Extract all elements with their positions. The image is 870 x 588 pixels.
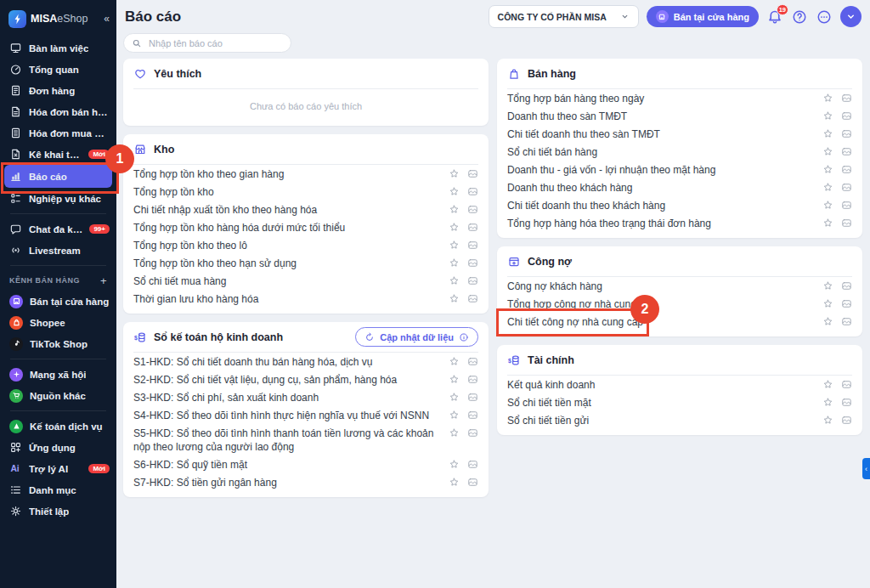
preview-icon[interactable] — [841, 379, 852, 390]
notifications-bell-icon[interactable]: 19 — [766, 8, 783, 25]
report-row-cong-no-khach-hang[interactable]: Công nợ khách hàng — [507, 277, 852, 295]
report-row-tong-hop-ton-kho[interactable]: Tổng hợp tồn kho — [133, 183, 478, 201]
report-row-s2-hkd-so-chi-tiet-vat-lieu-dung-cu-san-pham-hang-hoa[interactable]: S2-HKD: Sổ chi tiết vật liệu, dụng cụ, s… — [133, 370, 478, 388]
favorite-star-icon[interactable] — [449, 222, 460, 233]
favorite-star-icon[interactable] — [822, 397, 833, 408]
favorite-star-icon[interactable] — [449, 427, 460, 438]
report-row-s4-hkd-so-theo-doi-tinh-hinh-thuc-hien-nghia-vu-thue-voi-nsnn[interactable]: S4-HKD: Sổ theo dõi tình hình thực hiện … — [133, 406, 478, 424]
favorite-star-icon[interactable] — [822, 93, 833, 104]
add-channel-button[interactable]: + — [100, 274, 107, 287]
report-row-s5-hkd-so-theo-doi-tinh-hinh-thanh-toan-tien-luong-va-cac-khoan-nop-theo-luong-cua-nguoi-lao-dong[interactable]: S5-HKD: Sổ theo dõi tình hình thanh toán… — [133, 424, 478, 455]
sidebar-item-tro-ly-ai[interactable]: AiTrợ lý AIMới — [0, 458, 116, 479]
report-row-so-chi-tiet-mua-hang[interactable]: Sổ chi tiết mua hàng — [133, 272, 478, 290]
favorite-star-icon[interactable] — [822, 298, 833, 309]
preview-icon[interactable] — [841, 164, 852, 175]
report-row-s7-hkd-so-tien-gui-ngan-hang[interactable]: S7-HKD: Sổ tiền gửi ngân hàng — [133, 473, 478, 491]
preview-icon[interactable] — [467, 293, 478, 304]
report-row-so-chi-tiet-ban-hang[interactable]: Sổ chi tiết bán hàng — [507, 143, 852, 161]
sidebar-item-nghiep-vu-khac[interactable]: Nghiệp vụ khác — [0, 188, 116, 209]
favorite-star-icon[interactable] — [449, 356, 460, 367]
preview-icon[interactable] — [467, 168, 478, 179]
sidebar-item-ke-toan-dich-vu[interactable]: Kế toán dịch vụ — [0, 416, 116, 437]
sidebar-item-chat-da-kenh[interactable]: Chat đa kênh99+ — [0, 218, 116, 240]
report-row-chi-tiet-doanh-thu-theo-khach-hang[interactable]: Chi tiết doanh thu theo khách hàng — [507, 196, 852, 214]
preview-icon[interactable] — [841, 280, 852, 291]
sidebar-item-nguon-khac[interactable]: Nguồn khác — [0, 385, 116, 406]
favorite-star-icon[interactable] — [822, 128, 833, 139]
preview-icon[interactable] — [841, 298, 852, 309]
preview-icon[interactable] — [467, 356, 478, 367]
store-sale-button[interactable]: Bán tại cửa hàng — [647, 6, 759, 27]
favorite-star-icon[interactable] — [449, 410, 460, 421]
report-search[interactable] — [123, 33, 291, 53]
preview-icon[interactable] — [467, 186, 478, 197]
favorite-star-icon[interactable] — [449, 186, 460, 197]
preview-icon[interactable] — [467, 240, 478, 251]
preview-icon[interactable] — [467, 222, 478, 233]
sidebar-item-bao-cao[interactable]: Báo cáo — [4, 165, 112, 188]
preview-icon[interactable] — [467, 477, 478, 488]
sidebar-item-don-hang[interactable]: Đơn hàng — [0, 80, 116, 101]
report-row-doanh-thu-theo-san-tmdt[interactable]: Doanh thu theo sàn TMĐT — [507, 107, 852, 125]
report-row-tong-hop-hang-hoa-theo-trang-thai-don-hang[interactable]: Tổng hợp hàng hóa theo trạng thái đơn hà… — [507, 214, 852, 232]
favorite-star-icon[interactable] — [449, 168, 460, 179]
favorite-star-icon[interactable] — [449, 204, 460, 215]
preview-icon[interactable] — [467, 392, 478, 403]
report-row-tong-hop-ton-kho-theo-han-su-dung[interactable]: Tổng hợp tồn kho theo hạn sử dụng — [133, 254, 478, 272]
favorite-star-icon[interactable] — [822, 280, 833, 291]
favorite-star-icon[interactable] — [822, 316, 833, 327]
more-options-icon[interactable] — [816, 8, 833, 25]
panel-collapse-tab[interactable]: ‹ — [862, 458, 870, 479]
favorite-star-icon[interactable] — [822, 146, 833, 157]
favorite-star-icon[interactable] — [449, 459, 460, 470]
company-select[interactable]: CÔNG TY CỔ PHẦN MISA — [489, 5, 639, 28]
favorite-star-icon[interactable] — [822, 164, 833, 175]
report-row-chi-tiet-doanh-thu-theo-san-tmdt[interactable]: Chi tiết doanh thu theo sàn TMĐT — [507, 125, 852, 143]
preview-icon[interactable] — [841, 93, 852, 104]
report-row-tong-hop-ton-kho-hang-hoa-duoi-muc-toi-thieu[interactable]: Tổng hợp tồn kho hàng hóa dưới mức tối t… — [133, 218, 478, 236]
favorite-star-icon[interactable] — [449, 392, 460, 403]
preview-icon[interactable] — [467, 275, 478, 286]
preview-icon[interactable] — [841, 182, 852, 193]
preview-icon[interactable] — [467, 459, 478, 470]
preview-icon[interactable] — [467, 204, 478, 215]
sidebar-item-ban-lam-viec[interactable]: Bàn làm việc — [0, 37, 116, 59]
preview-icon[interactable] — [841, 110, 852, 122]
sidebar-item-ke-khai-thue[interactable]: Kê khai thuếMới — [0, 144, 116, 165]
report-row-so-chi-tiet-tien-mat[interactable]: Sổ chi tiết tiền mặt — [507, 393, 852, 411]
report-row-tong-hop-ton-kho-theo-gian-hang[interactable]: Tổng hợp tồn kho theo gian hàng — [133, 165, 478, 183]
help-icon[interactable] — [791, 8, 808, 25]
favorite-star-icon[interactable] — [822, 200, 833, 211]
sidebar-item-thiet-lap[interactable]: Thiết lập — [0, 500, 116, 522]
preview-icon[interactable] — [841, 218, 852, 229]
report-row-doanh-thu-theo-khach-hang[interactable]: Doanh thu theo khách hàng — [507, 178, 852, 196]
sidebar-item-ban-tai-cua-hang[interactable]: Bán tại cửa hàng — [0, 291, 116, 312]
account-avatar[interactable] — [840, 6, 862, 27]
report-row-tong-hop-ban-hang-theo-ngay[interactable]: Tổng hợp bán hàng theo ngày — [507, 89, 852, 107]
report-row-tong-hop-ton-kho-theo-lo[interactable]: Tổng hợp tồn kho theo lô — [133, 236, 478, 254]
favorite-star-icon[interactable] — [449, 374, 460, 385]
preview-icon[interactable] — [841, 415, 852, 426]
sidebar-item-livestream[interactable]: Livestream — [0, 240, 116, 261]
sidebar-item-hoa-don-mua-hang[interactable]: Hóa đơn mua hàng — [0, 122, 116, 144]
report-row-ket-qua-kinh-doanh[interactable]: Kết quả kinh doanh — [507, 376, 852, 393]
report-row-thoi-gian-luu-kho-hang-hoa[interactable]: Thời gian lưu kho hàng hóa — [133, 290, 478, 308]
favorite-star-icon[interactable] — [822, 218, 833, 229]
preview-icon[interactable] — [841, 128, 852, 139]
favorite-star-icon[interactable] — [449, 240, 460, 251]
sidebar-item-shopee[interactable]: Shopee — [0, 312, 116, 333]
report-row-so-chi-tiet-tien-gui[interactable]: Sổ chi tiết tiền gửi — [507, 411, 852, 429]
collapse-sidebar-button[interactable]: « — [104, 13, 110, 25]
sidebar-item-tiktok-shop[interactable]: TikTok Shop — [0, 333, 116, 354]
favorite-star-icon[interactable] — [449, 257, 460, 269]
report-row-chi-tiet-cong-no-nha-cung-cap[interactable]: Chi tiết công nợ nhà cung cấp — [507, 313, 852, 331]
favorite-star-icon[interactable] — [449, 275, 460, 286]
preview-icon[interactable] — [467, 427, 478, 438]
report-row-s1-hkd-so-chi-tiet-doanh-thu-ban-hang-hoa-dich-vu[interactable]: S1-HKD: Sổ chi tiết doanh thu bán hàng h… — [133, 353, 478, 370]
preview-icon[interactable] — [841, 397, 852, 408]
search-input[interactable] — [147, 37, 283, 49]
sidebar-item-ung-dung[interactable]: Ứng dụng — [0, 437, 116, 458]
favorite-star-icon[interactable] — [822, 110, 833, 122]
preview-icon[interactable] — [841, 200, 852, 211]
preview-icon[interactable] — [841, 316, 852, 327]
